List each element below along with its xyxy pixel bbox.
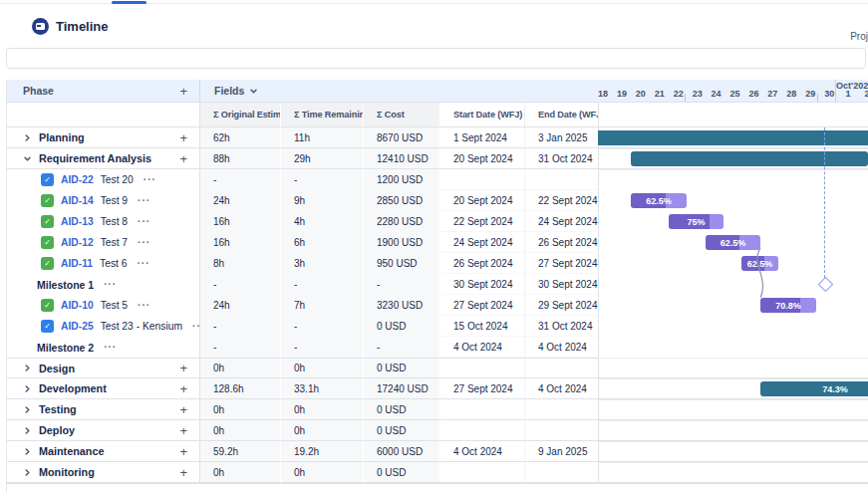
chevron-right-icon[interactable] (23, 384, 32, 393)
time-remaining-cell[interactable]: 0h (281, 358, 364, 378)
orig-estimate-cell[interactable]: 0h (200, 420, 281, 441)
add-item-button[interactable]: + (179, 382, 187, 395)
orig-estimate-cell[interactable]: 16h (200, 211, 281, 232)
end-date-cell[interactable]: 9 Jan 2025 (525, 441, 599, 462)
more-actions-icon[interactable]: ··· (144, 174, 156, 185)
phase-name-cell[interactable]: Milestone 1··· (7, 274, 200, 295)
start-date-cell[interactable] (440, 169, 525, 190)
time-remaining-cell[interactable]: 0h (281, 420, 364, 441)
issue-key-link[interactable]: AID-14 (61, 195, 94, 206)
end-date-cell[interactable] (525, 420, 599, 441)
phase-name-cell[interactable]: ✓AID-10Test 5··· (7, 295, 200, 316)
time-remaining-cell[interactable]: 0h (281, 399, 364, 420)
end-date-cell[interactable] (525, 462, 599, 483)
phase-name-cell[interactable]: Deploy+ (7, 420, 200, 441)
add-item-button[interactable]: + (179, 403, 187, 416)
orig-estimate-cell[interactable]: 0h (200, 399, 281, 420)
cost-cell[interactable]: 6000 USD (364, 441, 440, 462)
start-date-cell[interactable]: 24 Sept 2024 (440, 232, 525, 253)
start-date-cell[interactable] (440, 462, 525, 483)
phase-name-cell[interactable]: ✓AID-11Test 6··· (7, 253, 200, 274)
cost-cell[interactable]: 8670 USD (364, 127, 440, 148)
filter-input[interactable] (6, 48, 866, 69)
add-item-button[interactable]: + (179, 152, 187, 165)
phase-name-cell[interactable]: Monitoring+ (7, 462, 200, 483)
time-remaining-cell[interactable]: - (281, 169, 364, 190)
col-end-date[interactable]: End Date (WFJ) (525, 103, 599, 126)
task-row[interactable]: ✓AID-25Test 23 - Kensium···--0 USD15 Oct… (7, 316, 868, 337)
more-actions-icon[interactable]: ··· (104, 342, 117, 353)
phase-name-cell[interactable]: ✓AID-14Test 9··· (7, 190, 200, 211)
end-date-cell[interactable] (525, 169, 599, 190)
orig-estimate-cell[interactable]: 0h (200, 462, 281, 483)
phase-row[interactable]: Maintenance+59.2h19.2h6000 USD4 Oct 2024… (7, 441, 868, 462)
orig-estimate-cell[interactable]: - (200, 169, 281, 190)
orig-estimate-cell[interactable]: 59.2h (200, 441, 281, 462)
start-date-cell[interactable]: 27 Sept 2024 (440, 295, 525, 316)
add-item-button[interactable]: + (179, 362, 187, 374)
more-actions-icon[interactable]: ··· (138, 195, 150, 206)
cost-cell[interactable]: 1900 USD (364, 232, 440, 253)
issue-key-link[interactable]: AID-11 (61, 258, 93, 269)
start-date-cell[interactable]: 30 Sept 2024 (440, 274, 525, 295)
more-actions-icon[interactable]: ··· (138, 237, 150, 248)
end-date-cell[interactable]: 24 Sept 2024 (525, 211, 599, 232)
phase-name-cell[interactable]: Requirement Analysis+ (7, 148, 200, 169)
time-remaining-cell[interactable]: - (281, 274, 364, 295)
time-remaining-cell[interactable]: 3h (281, 253, 364, 274)
start-date-cell[interactable] (440, 399, 525, 420)
phase-name-cell[interactable]: ✓AID-22Test 20··· (7, 169, 200, 190)
phase-row[interactable]: Testing+0h0h0 USD (7, 399, 868, 420)
edge-avatar-partial[interactable] (0, 17, 9, 36)
more-actions-icon[interactable]: ··· (192, 321, 200, 332)
start-date-cell[interactable]: 1 Sept 2024 (440, 127, 525, 148)
add-item-button[interactable]: + (179, 424, 187, 437)
chevron-right-icon[interactable] (23, 426, 32, 435)
phase-name-cell[interactable]: Development+ (7, 378, 200, 399)
more-actions-icon[interactable]: ··· (138, 300, 150, 311)
task-row[interactable]: ✓AID-10Test 5···24h7h3230 USD27 Sept 202… (7, 295, 868, 316)
issue-key-link[interactable]: AID-25 (61, 321, 94, 332)
col-original-estimate[interactable]: Σ Original Estimate (200, 103, 281, 126)
time-remaining-cell[interactable]: - (281, 316, 364, 337)
end-date-cell[interactable]: 30 Sept 2024 (525, 274, 599, 295)
phase-name-cell[interactable]: Testing+ (7, 399, 200, 420)
chevron-right-icon[interactable] (23, 468, 32, 477)
task-row[interactable]: ✓AID-12Test 7···16h6h1900 USD24 Sept 202… (7, 232, 868, 253)
milestone-row[interactable]: Milestone 2···---4 Oct 20244 Oct 2024 (7, 337, 868, 358)
phase-row[interactable]: Requirement Analysis+88h29h12410 USD20 S… (7, 148, 868, 169)
time-remaining-cell[interactable]: 33.1h (281, 378, 364, 399)
phase-name-cell[interactable]: ✓AID-12Test 7··· (7, 232, 200, 253)
task-row[interactable]: ✓AID-22Test 20···--1200 USD (7, 169, 868, 190)
cost-cell[interactable]: - (364, 337, 440, 358)
end-date-cell[interactable]: 26 Sept 2024 (525, 232, 599, 253)
col-time-remaining[interactable]: Σ Time Remaining (281, 103, 364, 126)
start-date-cell[interactable]: 15 Oct 2024 (440, 316, 525, 337)
start-date-cell[interactable]: 4 Oct 2024 (440, 441, 525, 462)
end-date-cell[interactable]: 3 Jan 2025 (525, 127, 599, 148)
end-date-cell[interactable]: 4 Oct 2024 (525, 337, 599, 358)
add-phase-button[interactable]: + (179, 85, 187, 98)
start-date-cell[interactable]: 26 Sept 2024 (440, 253, 525, 274)
col-cost[interactable]: Σ Cost (364, 103, 440, 126)
orig-estimate-cell[interactable]: - (200, 274, 281, 295)
milestone-row[interactable]: Milestone 1···---30 Sept 202430 Sept 202… (7, 274, 868, 295)
time-remaining-cell[interactable]: 9h (281, 190, 364, 211)
chevron-right-icon[interactable] (23, 405, 32, 414)
orig-estimate-cell[interactable]: 88h (200, 148, 281, 169)
start-date-cell[interactable]: 20 Sept 2024 (440, 190, 525, 211)
phase-row[interactable]: Design+0h0h0 USD (7, 358, 868, 378)
cost-cell[interactable]: 0 USD (364, 358, 440, 378)
cost-cell[interactable]: 3230 USD (364, 295, 440, 316)
add-item-button[interactable]: + (179, 466, 187, 479)
cost-cell[interactable]: 950 USD (364, 253, 440, 274)
issue-key-link[interactable]: AID-10 (61, 300, 94, 311)
issue-key-link[interactable]: AID-22 (61, 174, 94, 185)
start-date-cell[interactable]: 4 Oct 2024 (440, 337, 525, 358)
cost-cell[interactable]: 0 USD (364, 399, 440, 420)
time-remaining-cell[interactable]: 29h (281, 148, 364, 169)
end-date-cell[interactable]: 22 Sept 2024 (525, 190, 599, 211)
end-date-cell[interactable]: 31 Oct 2024 (525, 316, 599, 337)
start-date-cell[interactable] (440, 420, 525, 441)
fields-header-cell[interactable]: Fields (200, 80, 599, 102)
